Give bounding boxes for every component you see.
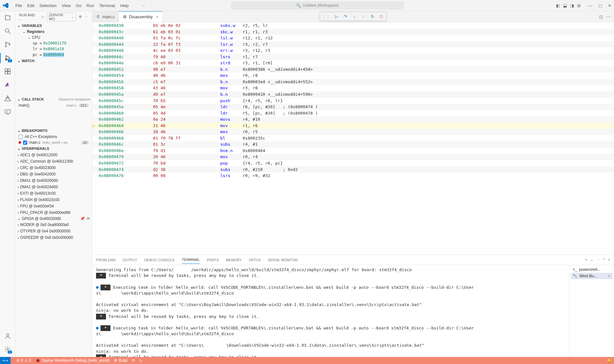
peripheral-item[interactable]: FPU @ 0xe000ef34 bbox=[15, 203, 92, 209]
explorer-icon[interactable] bbox=[4, 14, 12, 21]
breakpoint-checkbox[interactable] bbox=[19, 135, 23, 139]
peripheral-item-open[interactable]: GPIOA @ 0x40020000📌⟳ bbox=[15, 216, 92, 222]
remote-indicator[interactable]: ⟷ bbox=[0, 357, 11, 364]
disasm-line[interactable]: 0x08000438b5 eb 0e 02subs.wr2, r5, lr bbox=[92, 22, 614, 29]
more-icon[interactable]: ⋯ bbox=[85, 15, 88, 19]
refresh-icon[interactable]: ⟳ bbox=[87, 216, 90, 221]
register-pc[interactable]: pc = 0x8000464 bbox=[15, 52, 92, 58]
panel-tab-terminal[interactable]: TERMINAL bbox=[182, 256, 200, 264]
menu-go[interactable]: Go bbox=[73, 2, 84, 9]
peripheral-register[interactable]: OSPEEDR @ 0x8 0x0c000000 bbox=[15, 234, 92, 241]
step-into-icon[interactable]: ↓ bbox=[351, 13, 357, 19]
disasm-line[interactable]: 0x0800044ec6 e9 00 31strdr3, r1, [r6] bbox=[92, 60, 614, 66]
callstack-section[interactable]: CALL STACKPaused on breakpoint bbox=[15, 96, 92, 102]
layout-panel-icon[interactable]: ⬓ bbox=[563, 3, 567, 8]
register-lr[interactable]: lr = 0x8001a19 bbox=[15, 46, 92, 52]
layout-secondary-icon[interactable]: ◨ bbox=[570, 3, 574, 8]
disasm-line[interactable]: 0x0800047600 08lsrsr0, r0, #32 bbox=[92, 173, 614, 179]
run-debug-icon[interactable]: 1 bbox=[4, 54, 12, 62]
forward-icon[interactable]: → bbox=[150, 3, 154, 8]
stop-icon[interactable]: □ bbox=[378, 13, 384, 19]
menu-help[interactable]: Help bbox=[117, 2, 131, 9]
menu-edit[interactable]: Edit bbox=[25, 2, 37, 9]
menu-run[interactable]: Run bbox=[84, 2, 97, 9]
terminal-instance[interactable]: 🔧West Bu...✓ bbox=[571, 273, 613, 279]
tab-main.c[interactable]: Cmain.c bbox=[92, 11, 119, 22]
close-panel-icon[interactable]: × bbox=[608, 258, 610, 262]
zephyr-icon[interactable] bbox=[4, 81, 12, 89]
close-tab-icon[interactable]: × bbox=[156, 14, 158, 20]
disasm-line[interactable]: ▷0x0800046431 46movr1, r6 bbox=[92, 123, 614, 129]
breakpoints-section[interactable]: BREAKPOINTS bbox=[15, 127, 92, 134]
disasm-line[interactable]: 0x0800044cf9 40lsrsr1, r7 bbox=[92, 54, 614, 60]
new-terminal-icon[interactable]: + bbox=[585, 258, 587, 262]
run-icon[interactable]: ▷ bbox=[140, 358, 142, 363]
watch-section[interactable]: WATCH bbox=[15, 58, 92, 64]
panel-tab-ports[interactable]: PORTS bbox=[207, 256, 219, 264]
sync-icon[interactable]: ⟳ bbox=[132, 358, 135, 363]
breakpoint-row[interactable]: main.chello_world • src13 bbox=[15, 140, 92, 145]
notifications-icon[interactable]: 🔔 bbox=[607, 358, 611, 363]
disasm-line[interactable]: 0x0800044001 fa 0c fclsl.wr12, r1, r12 bbox=[92, 35, 614, 41]
settings-gear-icon[interactable]: 1 bbox=[4, 345, 12, 353]
minimize-icon[interactable]: — bbox=[588, 3, 593, 8]
peripheral-item[interactable]: DBG @ 0xe0042000 bbox=[15, 171, 92, 177]
continue-icon[interactable]: ▷ bbox=[334, 13, 339, 19]
disassembly-view[interactable]: 0x08000438b5 eb 0e 02subs.wr2, r5, lr0x0… bbox=[92, 22, 614, 255]
disasm-line[interactable]: 0x08000474d2 38subsr0, #210 ; 0xd2 bbox=[92, 166, 614, 173]
extensions-icon[interactable] bbox=[4, 68, 12, 75]
registers-group[interactable]: Registers bbox=[15, 29, 92, 35]
disasm-line[interactable]: 0x0800045843 46movr3, r8 bbox=[92, 85, 614, 91]
layout-customize-icon[interactable]: ⊞ bbox=[577, 3, 581, 8]
menu-file[interactable]: File bbox=[13, 2, 25, 9]
panel-tab-output[interactable]: OUTPUT bbox=[123, 256, 137, 264]
peripheral-item[interactable]: FLASH @ 0x40023c00 bbox=[15, 197, 92, 203]
accounts-icon[interactable] bbox=[4, 332, 12, 340]
disasm-line[interactable]: 0x0800046005 4dldrr5, [pc, #20] ; (0x800… bbox=[92, 110, 614, 117]
tab-disassembly[interactable]: ⚙Disassembly× bbox=[119, 11, 163, 22]
panel-tab-xrtos[interactable]: XRTOS bbox=[249, 256, 261, 264]
back-icon[interactable]: ← bbox=[142, 3, 146, 8]
disasm-line[interactable]: 0x0800045298 e7b.n0x8000386 <__udivmoddi… bbox=[92, 66, 614, 73]
callstack-frame[interactable]: main()main.c13:1 bbox=[15, 102, 92, 108]
search-activity-icon[interactable] bbox=[4, 27, 12, 35]
step-over-icon[interactable]: ↷ bbox=[343, 13, 348, 19]
disasm-line[interactable]: 0x0800044422 fa 07 f3lsr.wr3, r2, r7 bbox=[92, 41, 614, 48]
errors-status[interactable]: ⊘0⚠0 bbox=[16, 358, 31, 363]
disasm-line[interactable]: 0x0800043c61 eb 03 01sbc.wr1, r1, r3 bbox=[92, 29, 614, 35]
drag-handle-icon[interactable]: ⋮⋮ bbox=[322, 14, 330, 19]
panel-tab-serial-monitor[interactable]: SERIAL MONITOR bbox=[268, 256, 298, 264]
peripheral-item[interactable]: DMA1 @ 0x40026000 bbox=[15, 177, 92, 184]
disasm-line[interactable]: 0x0800046ef9 d1bne.n0x8000464 bbox=[92, 148, 614, 154]
close-icon[interactable]: ✕ bbox=[608, 3, 611, 8]
restart-icon[interactable]: ↻ bbox=[369, 13, 375, 19]
disasm-line[interactable]: 0x080004484c ea 03 03orr.wr3, r12, r3 bbox=[92, 47, 614, 54]
terminal-output[interactable]: Generating files from C:/Users/ /workdir… bbox=[92, 265, 569, 357]
menu-terminal[interactable]: Terminal bbox=[97, 2, 117, 9]
disasm-line[interactable]: 0x0800046628 46movr0, r5 bbox=[92, 129, 614, 135]
variables-section[interactable]: VARIABLES bbox=[15, 22, 92, 29]
menu-view[interactable]: View bbox=[59, 2, 73, 9]
start-debug-icon[interactable]: ▷ bbox=[42, 15, 44, 19]
maximize-panel-icon[interactable]: ^ bbox=[603, 258, 605, 262]
debug-status[interactable]: 🐞Zephyr Workbench Debug (hello_world) bbox=[36, 358, 109, 363]
step-out-icon[interactable]: ↑ bbox=[360, 13, 366, 19]
disasm-line[interactable]: 0x0800045c70 b5push{r4, r5, r6, lr} bbox=[92, 98, 614, 104]
source-control-icon[interactable] bbox=[4, 41, 12, 48]
terminal-instance[interactable]: >_powershell... bbox=[571, 266, 613, 273]
gear-icon[interactable]: ⚙ bbox=[79, 15, 82, 19]
peripheral-item[interactable]: ADC1 @ 0x40012000 bbox=[15, 152, 92, 158]
cpu-group[interactable]: CPU bbox=[15, 35, 92, 40]
tab-more-icon[interactable]: ⋯ bbox=[606, 14, 610, 19]
disasm-line[interactable]: 0x0800045ad9 e7b.n0x8000410 <__udivmoddi… bbox=[92, 91, 614, 98]
build-status[interactable]: ⚙Build bbox=[114, 358, 127, 363]
panel-tab-debug-console[interactable]: DEBUG CONSOLE bbox=[144, 256, 175, 264]
terminal-dropdown-icon[interactable]: ⌄ bbox=[590, 258, 593, 262]
peripheral-register[interactable]: MODER @ 0x0 0xa80000a0 bbox=[15, 222, 92, 228]
panel-tab-problems[interactable]: PROBLEMS bbox=[96, 256, 116, 264]
disasm-line[interactable]: 0x0800045440 46movr0, r8 bbox=[92, 72, 614, 79]
register-sp[interactable]: sp = 0x20001170 bbox=[15, 40, 92, 46]
pin-icon[interactable]: 📌 bbox=[80, 216, 85, 221]
breakpoint-row[interactable]: All C++ Exceptions bbox=[15, 134, 92, 140]
peripheral-register[interactable]: OTYPER @ 0x4 0x00000000 bbox=[15, 228, 92, 234]
